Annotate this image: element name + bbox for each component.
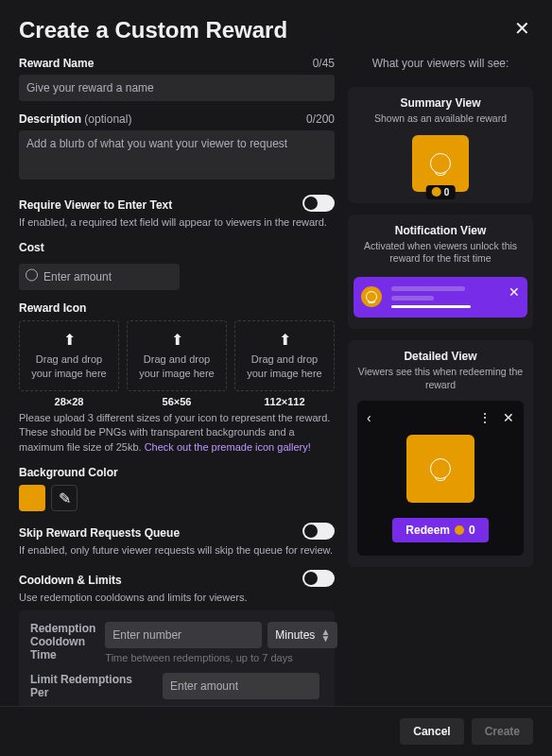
icon-slot-28[interactable]: ⬆Drag and drop your image here (19, 320, 119, 391)
cool-label: Cooldown & Limits (19, 574, 122, 587)
back-icon[interactable]: ‹ (367, 410, 371, 425)
name-count: 0/45 (313, 57, 335, 70)
coin-icon (455, 525, 464, 535)
notif-reward-icon (361, 286, 382, 307)
icon-gallery-link[interactable]: Check out the premade icon gallery! (145, 441, 311, 453)
maxstream-label: Limit Redemptions Per (30, 673, 153, 699)
notif-banner: ✕ (354, 277, 527, 318)
upload-icon: ⬆ (63, 331, 76, 349)
upload-icon: ⬆ (279, 331, 291, 349)
cost-label: Cost (19, 241, 335, 254)
upload-icon: ⬆ (171, 331, 183, 349)
cooldown-label: Redemption Cooldown Time (30, 622, 95, 662)
updown-icon: ▲▼ (320, 628, 330, 642)
redeem-button[interactable]: Redeem0 (392, 518, 488, 542)
close-button[interactable]: ✕ (510, 17, 533, 40)
page-title: Create a Custom Reward (19, 17, 287, 43)
cancel-button[interactable]: Cancel (400, 718, 463, 745)
require-text-label: Require Viewer to Enter Text (19, 198, 172, 212)
icon-help: Please upload 3 different sizes of your … (19, 411, 335, 455)
bg-swatch[interactable] (19, 485, 45, 511)
cost-chip: 0 (426, 185, 456, 199)
reward-icon (430, 458, 451, 479)
more-icon[interactable]: ⋮ (478, 410, 492, 425)
cool-toggle[interactable] (302, 570, 335, 587)
bg-label: Background Color (19, 466, 335, 479)
desc-label: Description (optional) (19, 112, 131, 126)
notif-close-icon[interactable]: ✕ (509, 284, 520, 300)
coin-icon (432, 187, 441, 197)
summary-tile: 0 (412, 135, 469, 192)
detail-close-icon[interactable]: ✕ (503, 410, 514, 425)
skip-label: Skip Reward Requests Queue (19, 526, 180, 540)
detail-card: Detailed View Viewers see this when rede… (348, 340, 533, 567)
require-text-toggle[interactable] (302, 195, 335, 212)
icon-label: Reward Icon (19, 301, 335, 315)
name-label: Reward Name (19, 57, 94, 70)
summary-card: Summary View Shown as an available rewar… (348, 87, 533, 203)
icon-sizes: 28×2856×56112×112 (19, 396, 335, 407)
detail-tile (406, 435, 474, 503)
points-icon (26, 268, 38, 281)
maxstream-input[interactable] (163, 673, 319, 699)
require-text-help: If enabled, a required text field will a… (19, 215, 335, 230)
name-input[interactable] (19, 75, 335, 101)
icon-slot-56[interactable]: ⬆Drag and drop your image here (127, 320, 227, 391)
cool-help: Use redemption cooldowns and limits for … (19, 591, 335, 605)
cost-input[interactable] (19, 264, 180, 290)
cooldown-input[interactable] (105, 622, 262, 648)
preview-head: What your viewers will see: (348, 57, 533, 70)
desc-input[interactable] (19, 130, 335, 180)
create-button[interactable]: Create (472, 718, 533, 745)
picker-button[interactable]: ✎ (51, 485, 78, 511)
cooldown-help: Time between redemptions, up to 7 days (105, 652, 337, 663)
desc-count: 0/200 (306, 112, 335, 126)
cooldown-unit-select[interactable]: Minutes▲▼ (267, 622, 337, 648)
notif-card: Notification View Activated when viewers… (348, 215, 533, 329)
skip-help: If enabled, only future viewer requests … (19, 543, 335, 558)
skip-toggle[interactable] (302, 523, 335, 540)
icon-slot-112[interactable]: ⬆Drag and drop your image here (234, 320, 335, 391)
reward-icon (430, 153, 451, 174)
detail-preview: ‹⋮✕ Redeem0 (357, 401, 524, 556)
